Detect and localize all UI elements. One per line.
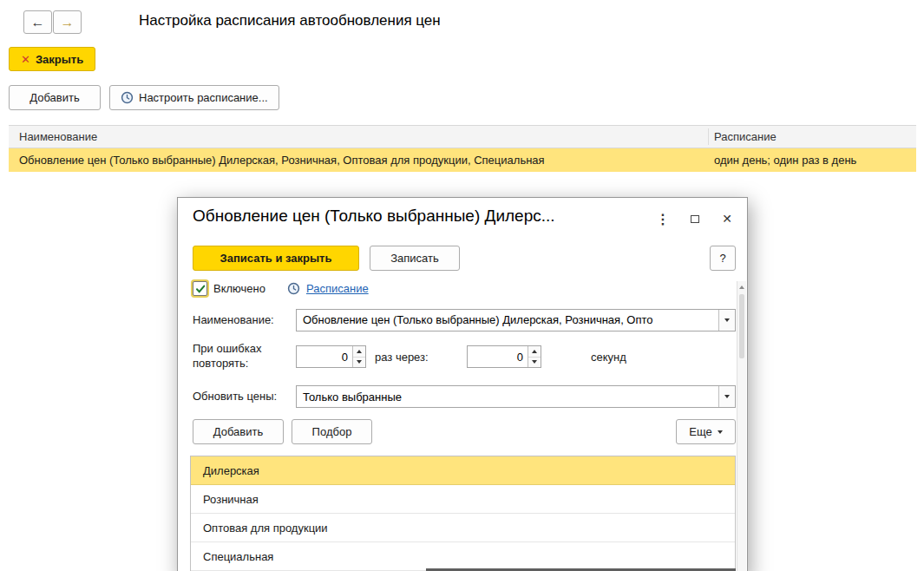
dialog-titlebar-buttons: ⋮ ✕ (653, 210, 737, 227)
update-prices-select[interactable]: Только выбранные (296, 385, 736, 408)
schedule-link[interactable]: Расписание (306, 282, 369, 295)
dialog-close-button[interactable]: ✕ (718, 210, 737, 227)
name-input[interactable] (297, 310, 718, 331)
clock-icon (121, 91, 134, 104)
row-schedule-cell: один день; один раз в день (714, 148, 856, 172)
dropdown-arrow-icon (724, 395, 730, 398)
retry-interval-spinner (467, 345, 541, 368)
page-title: Настройка расписания автообновления цен (139, 12, 441, 30)
forward-button[interactable]: → (53, 10, 82, 34)
back-arrow-icon: ← (31, 15, 45, 30)
checkmark-icon (195, 284, 206, 294)
enabled-checkbox[interactable] (193, 281, 207, 296)
enabled-checkbox-label: Включено (213, 282, 265, 295)
pick-button[interactable]: Подбор (292, 419, 372, 444)
setup-schedule-button[interactable]: Настроить расписание... (109, 85, 279, 110)
list-item[interactable]: Дилерская (191, 456, 735, 485)
retry-interval-arrows (528, 346, 541, 367)
more-button-label: Еще (689, 425, 711, 438)
update-prices-label: Обновить цены: (193, 390, 277, 403)
vertical-scrollbar[interactable] (737, 281, 746, 571)
column-header-name[interactable]: Наименование (19, 126, 97, 148)
retry-count-arrows (352, 346, 365, 367)
column-divider (708, 128, 709, 145)
table-header: Наименование Расписание (9, 125, 916, 148)
table-row[interactable]: Обновление цен (Только выбранные) Дилерс… (9, 148, 916, 172)
seconds-label: секунд (591, 351, 626, 364)
scroll-up-button[interactable] (737, 281, 746, 292)
close-x-icon: ✕ (21, 53, 30, 66)
retry-count-input[interactable] (297, 346, 352, 367)
more-button[interactable]: Еще (676, 419, 736, 444)
spin-up-icon (532, 350, 537, 353)
name-label: Наименование: (193, 313, 274, 326)
enabled-row: Включено Расписание (193, 281, 369, 296)
save-and-close-button[interactable]: Записать и закрыть (193, 246, 359, 271)
spin-down-button[interactable] (353, 358, 365, 368)
close-button-label: Закрыть (36, 53, 83, 66)
retry-interval-input[interactable] (468, 346, 528, 367)
dialog-add-button[interactable]: Добавить (193, 419, 284, 444)
back-button[interactable]: ← (23, 10, 52, 34)
column-header-schedule[interactable]: Расписание (714, 126, 777, 148)
kebab-menu-icon: ⋮ (656, 211, 670, 227)
list-item[interactable]: Розничная (191, 485, 735, 514)
update-prices-dropdown-button[interactable] (718, 386, 735, 407)
save-button[interactable]: Записать (370, 246, 460, 271)
maximize-button[interactable] (685, 210, 704, 227)
dropdown-arrow-icon (724, 318, 730, 322)
setup-schedule-label: Настроить расписание... (139, 91, 268, 104)
spin-up-button[interactable] (528, 346, 541, 358)
dialog-menu-button[interactable]: ⋮ (653, 210, 672, 227)
price-type-list: Дилерская Розничная Оптовая для продукци… (190, 456, 736, 571)
clock-icon (287, 282, 300, 295)
scrollbar-thumb[interactable] (739, 294, 744, 358)
spin-up-icon (357, 350, 362, 353)
help-button[interactable]: ? (710, 246, 736, 271)
scroll-up-icon (739, 286, 744, 289)
list-item[interactable]: Специальная (191, 542, 735, 571)
add-button[interactable]: Добавить (9, 85, 101, 110)
name-field (296, 309, 736, 331)
times-label: раз через: (375, 351, 429, 364)
chevron-down-icon (718, 430, 723, 434)
list-item[interactable]: Оптовая для продукции (191, 514, 735, 542)
close-button[interactable]: ✕ Закрыть (9, 47, 95, 71)
dialog-window: Обновление цен (Только выбранные) Дилерс… (177, 197, 748, 571)
row-name-cell: Обновление цен (Только выбранные) Дилерс… (19, 148, 545, 172)
retry-label: При ошибках повторять: (193, 341, 276, 371)
spin-up-button[interactable] (353, 346, 365, 358)
forward-arrow-icon: → (61, 15, 75, 30)
name-dropdown-button[interactable] (718, 310, 735, 331)
spin-down-icon (357, 360, 362, 364)
maximize-icon (691, 215, 699, 223)
spin-down-button[interactable] (528, 358, 541, 368)
update-prices-value: Только выбранные (297, 386, 718, 407)
dialog-title: Обновление цен (Только выбранные) Дилерс… (193, 207, 555, 226)
dialog-close-icon: ✕ (722, 212, 732, 226)
retry-count-spinner (296, 345, 366, 368)
spin-down-icon (532, 360, 537, 364)
